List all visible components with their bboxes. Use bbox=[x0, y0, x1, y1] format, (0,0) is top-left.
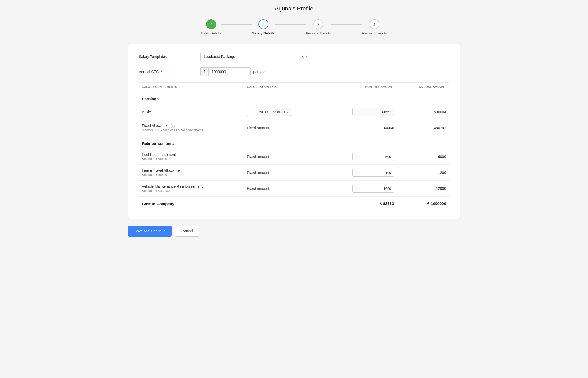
ctc-monthly-total: ₹ 83333 bbox=[322, 197, 397, 211]
monthly-lta bbox=[322, 165, 397, 181]
earnings-label: Earnings bbox=[139, 91, 449, 104]
annual-ctc-label: Annual CTC * bbox=[139, 70, 196, 74]
basic-calc-badge: % of CTC bbox=[270, 108, 291, 116]
component-vmr: Vehicle Maintenance Reimbursement Amount… bbox=[139, 181, 244, 197]
calc-fixed-allowance: Fixed amount bbox=[244, 120, 322, 136]
fixed-allowance-subtext: Monthly CTC - Sum of all other component… bbox=[142, 128, 241, 132]
monthly-fuel bbox=[322, 149, 397, 165]
step-label-4: Payment Details bbox=[362, 31, 387, 35]
rupee-symbol: ₹ bbox=[201, 68, 209, 76]
step-label-3: Personal Details bbox=[306, 31, 331, 35]
ctc-row-label: Cost to Company bbox=[139, 197, 244, 211]
step-basic-details[interactable]: ✓ Basic Details bbox=[201, 19, 221, 35]
fuel-calc-label: Fixed amount bbox=[247, 155, 269, 159]
table-row: Vehicle Maintenance Reimbursement Amount… bbox=[139, 181, 449, 197]
step-circle-1: ✓ bbox=[206, 19, 216, 29]
monthly-fixed-allowance: 40066 bbox=[322, 120, 397, 136]
col-annual: ANNUAL AMOUNT bbox=[397, 83, 449, 91]
annual-basic: 500004 bbox=[397, 104, 449, 120]
checkmark-icon: ✓ bbox=[209, 22, 213, 27]
ctc-annual-total: ₹ 1000000 bbox=[397, 197, 449, 211]
col-monthly: MONTHLY AMOUNT bbox=[322, 83, 397, 91]
section-reimbursements: Reimbursements bbox=[139, 136, 449, 149]
lta-subtext: Amount : ₹100.00 bbox=[142, 173, 241, 177]
lta-calc-label: Fixed amount bbox=[247, 170, 269, 175]
annual-lta: 1200 bbox=[397, 165, 449, 181]
vmr-subtext: Amount : ₹5,000.00 bbox=[142, 189, 241, 193]
step-line-2 bbox=[275, 24, 306, 25]
vmr-calc-label: Fixed amount bbox=[247, 186, 269, 191]
reimbursements-label: Reimbursements bbox=[139, 136, 449, 149]
col-component: SALARY COMPONENTS bbox=[139, 83, 244, 91]
col-calc-type: CALCULATION TYPE bbox=[244, 83, 322, 91]
fixed-amount-label: Fixed amount bbox=[247, 126, 269, 130]
step-salary-details[interactable]: 2 Salary Details bbox=[252, 19, 274, 35]
table-row: Leave Travel Allowance Amount : ₹100.00 … bbox=[139, 165, 449, 181]
info-icon[interactable]: i bbox=[171, 124, 175, 128]
basic-monthly-input[interactable] bbox=[352, 108, 394, 116]
step-line-1 bbox=[221, 24, 252, 25]
section-earnings: Earnings bbox=[139, 91, 449, 104]
calc-lta: Fixed amount bbox=[244, 165, 322, 181]
calc-basic: % of CTC bbox=[244, 104, 322, 120]
stepper: ✓ Basic Details 2 Salary Details 3 Perso… bbox=[128, 19, 460, 35]
step-label-2: Salary Details bbox=[252, 31, 274, 35]
main-card: Salary Templates Leadersip Package ✕ ▾ A… bbox=[128, 44, 460, 219]
step-circle-4: 4 bbox=[370, 19, 379, 29]
cost-to-company-row: Cost to Company ₹ 83333 ₹ 1000000 bbox=[139, 197, 449, 211]
step-line-3 bbox=[331, 24, 362, 25]
annual-ctc-row: Annual CTC * ₹ per year bbox=[139, 67, 449, 76]
salary-templates-select-wrapper: Leadersip Package ✕ ▾ bbox=[200, 52, 310, 61]
fuel-monthly-input[interactable] bbox=[352, 153, 394, 161]
component-fuel: Fuel Reimbursement Amount : ₹500.00 bbox=[139, 149, 244, 165]
bottom-actions: Save and Continue Cancel bbox=[128, 226, 460, 237]
component-fixed-allowance: Fixed Allowance i Monthly CTC - Sum of a… bbox=[139, 120, 244, 136]
fuel-subtext: Amount : ₹500.00 bbox=[142, 157, 241, 161]
calc-fuel: Fixed amount bbox=[244, 149, 322, 165]
basic-percent-input[interactable] bbox=[247, 108, 270, 116]
save-continue-button[interactable]: Save and Continue bbox=[128, 226, 172, 237]
lta-monthly-input[interactable] bbox=[352, 169, 394, 177]
salary-table: SALARY COMPONENTS CALCULATION TYPE MONTH… bbox=[139, 82, 449, 211]
salary-templates-label: Salary Templates bbox=[139, 55, 196, 59]
component-lta: Leave Travel Allowance Amount : ₹100.00 bbox=[139, 165, 244, 181]
table-row: Fixed Allowance i Monthly CTC - Sum of a… bbox=[139, 120, 449, 136]
annual-ctc-input[interactable] bbox=[209, 68, 250, 76]
monthly-vmr bbox=[322, 181, 397, 197]
annual-vmr: 12000 bbox=[397, 181, 449, 197]
table-row: Fuel Reimbursement Amount : ₹500.00 Fixe… bbox=[139, 149, 449, 165]
annual-fixed-allowance: 480792 bbox=[397, 120, 449, 136]
annual-fuel: 6000 bbox=[397, 149, 449, 165]
step-label-1: Basic Details bbox=[201, 31, 221, 35]
salary-templates-row: Salary Templates Leadersip Package ✕ ▾ bbox=[139, 52, 449, 61]
per-year-label: per year bbox=[253, 70, 267, 74]
component-basic: Basic bbox=[139, 104, 244, 120]
required-star: * bbox=[160, 70, 162, 74]
table-row: Basic % of CTC 500004 bbox=[139, 104, 449, 120]
page-title: Arjuna's Profile bbox=[128, 5, 460, 12]
step-payment-details[interactable]: 4 Payment Details bbox=[362, 19, 387, 35]
monthly-basic bbox=[322, 104, 397, 120]
ctc-row-empty bbox=[244, 197, 322, 211]
cancel-button[interactable]: Cancel bbox=[175, 226, 199, 237]
vmr-monthly-input[interactable] bbox=[352, 185, 394, 193]
ctc-input-wrapper: ₹ per year bbox=[200, 67, 267, 76]
step-circle-2: 2 bbox=[258, 19, 268, 29]
rupee-input-group: ₹ bbox=[200, 67, 251, 76]
salary-templates-select[interactable]: Leadersip Package bbox=[200, 52, 310, 61]
step-circle-3: 3 bbox=[313, 19, 323, 29]
calc-vmr: Fixed amount bbox=[244, 181, 322, 197]
step-personal-details[interactable]: 3 Personal Details bbox=[306, 19, 331, 35]
